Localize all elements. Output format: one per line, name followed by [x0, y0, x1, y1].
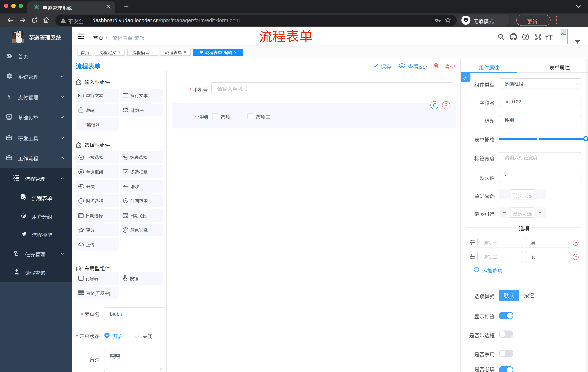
svg-text:123: 123	[123, 107, 128, 111]
